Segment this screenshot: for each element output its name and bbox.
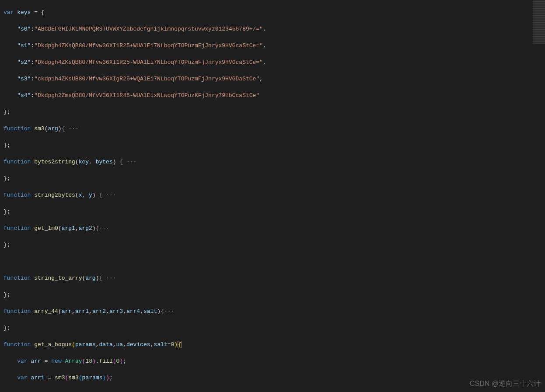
- code-line: [3, 257, 532, 266]
- watermark: CSDN @逆向三十六计: [470, 379, 541, 388]
- code-line: };: [3, 141, 532, 149]
- code-line: "s1":"Dkdpgh4ZKsQB80/Mfvw36XI1R25+WUAlEi…: [3, 42, 532, 50]
- code-line: function get_a_bogus(params,data,ua,devi…: [3, 340, 532, 349]
- code-line: function sm3(arg){ ···: [3, 125, 532, 133]
- code-line: var arr2 = sm3(sm3(data));: [3, 390, 532, 392]
- code-line: "s3":"ckdp1h4ZKsUB80/Mfvw36XIgR25+WQAlEi…: [3, 75, 532, 83]
- code-line: var keys = {: [3, 8, 532, 17]
- code-line: "s4":"Dkdpgh2ZmsQB80/MfvV36XI1R45-WUAlEi…: [3, 91, 532, 100]
- code-line: "s2":"Dkdpgh4ZKsQB80/Mfvw36XI1R25-WUAlEi…: [3, 58, 532, 66]
- code-line: };: [3, 174, 532, 183]
- code-line: };: [3, 108, 532, 116]
- code-line: function string2bytes(x, y) { ···: [3, 191, 532, 199]
- code-line: "s0":"ABCDEFGHIJKLMNOPQRSTUVWXYZabcdefgh…: [3, 25, 532, 33]
- code-line: function get_lm0(arg1,arg2){···: [3, 224, 532, 232]
- code-line: function string_to_arry(arg){ ···: [3, 274, 532, 282]
- code-line: };: [3, 208, 532, 216]
- code-line: var arr = new Array(18).fill(0);: [3, 357, 532, 365]
- code-line: };: [3, 291, 532, 299]
- code-line: };: [3, 241, 532, 249]
- code-line: function arry_44(arr,arr1,arr2,arr3,arr4…: [3, 307, 532, 316]
- code-line: function bytes2string(key, bytes) { ···: [3, 158, 532, 166]
- code-line: var arr1 = sm3(sm3(params));: [3, 374, 532, 382]
- code-editor[interactable]: var keys = { "s0":"ABCDEFGHIJKLMNOPQRSTU…: [0, 0, 532, 392]
- minimap[interactable]: [533, 0, 545, 44]
- code-line: };: [3, 324, 532, 332]
